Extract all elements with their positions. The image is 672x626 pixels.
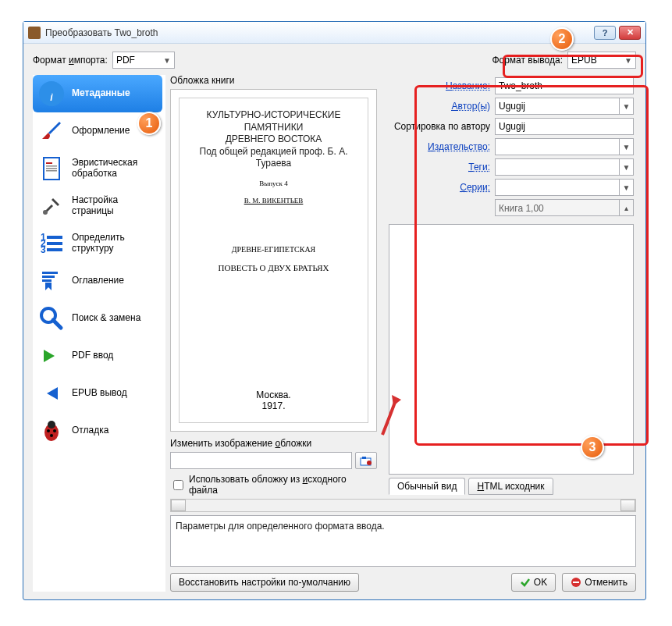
cover-text: Выпуск 4 [259, 180, 287, 187]
cover-text: ПОВЕСТЬ О ДВУХ БРАТЬЯХ [219, 263, 329, 272]
annotation-badge-3: 3 [581, 436, 604, 459]
svg-point-19 [48, 421, 55, 429]
svg-text:3: 3 [41, 244, 46, 255]
help-button[interactable]: ? [594, 26, 616, 40]
sidebar-item-label: Отладка [72, 425, 108, 436]
ok-button[interactable]: OK [511, 573, 556, 592]
sidebar-item-search-replace[interactable]: Поиск & замена [33, 300, 162, 337]
cover-text: Под общей редакцией проф. Б. А. Тураева [186, 146, 361, 170]
sidebar-item-heuristic[interactable]: Эвристическая обработка [33, 150, 162, 187]
sidebar-item-label: EPUB вывод [72, 388, 127, 399]
info-icon: i [37, 80, 66, 108]
list-icon: 123 [37, 229, 66, 258]
dropdown-arrow-icon: ▼ [619, 98, 633, 114]
convert-dialog: Преобразовать Two_broth ? ✕ Формат импор… [23, 21, 646, 600]
cancel-button[interactable]: Отменить [562, 573, 636, 592]
cover-text: ДРЕВНЕ-ЕГИПЕТСКАЯ [232, 245, 316, 254]
restore-defaults-button[interactable]: Восстановить настройки по-умолчанию [170, 573, 359, 592]
search-icon [37, 304, 66, 333]
dropdown-arrow-icon: ▼ [619, 159, 633, 175]
title-input[interactable] [495, 77, 634, 94]
cover-text: КУЛЬТУРНО-ИСТОРИЧЕСКИЕ ПАМЯТНИКИ [186, 109, 361, 133]
annotation-badge-1: 1 [137, 112, 161, 135]
browse-cover-button[interactable] [355, 452, 377, 469]
import-format-value: PDF [116, 55, 135, 66]
cover-path-input[interactable] [170, 452, 352, 469]
tab-html-source[interactable]: HTML исходник [468, 478, 553, 495]
spinner-buttons-icon[interactable]: ▴ [619, 200, 633, 215]
content-area: Формат импорта: PDF ▼ Формат вывода: EPU… [23, 44, 645, 599]
toc-icon [37, 267, 66, 295]
svg-rect-15 [42, 276, 55, 278]
cover-text: ДРЕВНЕГО ВОСТОКА [186, 133, 361, 146]
window-title: Преобразовать Two_broth [45, 27, 591, 38]
cover-preview: КУЛЬТУРНО-ИСТОРИЧЕСКИЕ ПАМЯТНИКИ ДРЕВНЕГ… [179, 98, 368, 423]
change-cover-label: Изменить изображение обложки [170, 438, 377, 449]
tab-normal-view[interactable]: Обычный вид [389, 478, 465, 495]
cancel-icon [571, 577, 581, 588]
cover-text: 1917. [256, 400, 290, 411]
sidebar-item-pdf-input[interactable]: PDF ввод [33, 337, 162, 375]
output-format-combo[interactable]: EPUB ▼ [567, 52, 636, 69]
main-area: i Метаданные Оформление Эвристическая об… [33, 75, 636, 592]
output-format-value: EPUB [571, 55, 597, 66]
series-label: Серии: [389, 182, 490, 193]
svg-rect-16 [42, 279, 52, 282]
svg-rect-14 [42, 272, 58, 274]
close-button[interactable]: ✕ [619, 26, 641, 40]
author-label: Автор(ы) [389, 101, 490, 112]
svg-rect-9 [47, 236, 62, 239]
sidebar-item-metadata[interactable]: i Метаданные [33, 75, 162, 112]
folder-open-icon [360, 454, 372, 467]
series-index-spinner[interactable]: ▴ [495, 199, 634, 216]
dropdown-arrow-icon: ▼ [619, 139, 633, 155]
publisher-combo[interactable]: ▼ [495, 138, 634, 155]
author-sort-input[interactable] [495, 118, 634, 135]
use-source-cover-label: Использовать обложку из исходного файла [189, 474, 377, 496]
author-sort-label: Сортировка по автору [389, 121, 490, 132]
sidebar-item-label: Метаданные [72, 88, 130, 99]
sidebar-item-label: Определить структуру [72, 233, 158, 254]
svg-point-20 [47, 429, 50, 432]
output-format-label: Формат вывода: [492, 55, 563, 66]
svg-point-7 [43, 210, 48, 215]
use-source-cover-checkbox[interactable] [173, 480, 183, 490]
svg-rect-11 [47, 242, 62, 245]
tags-combo[interactable]: ▼ [495, 158, 634, 176]
cover-text: В. М. ВИКЕНТЬЕВ [244, 197, 304, 205]
sidebar-item-toc[interactable]: Оглавление [33, 262, 162, 300]
arrow-right-icon [37, 342, 66, 370]
app-icon [28, 27, 41, 39]
dropdown-arrow-icon: ▼ [163, 56, 171, 65]
sidebar-item-debug[interactable]: Отладка [33, 412, 162, 450]
tags-label: Теги: [389, 162, 490, 173]
series-combo[interactable]: ▼ [495, 179, 634, 196]
svg-point-25 [367, 461, 372, 465]
sidebar-item-epub-output[interactable]: EPUB вывод [33, 375, 162, 412]
sidebar-item-page-setup[interactable]: Настройка страницы [33, 187, 162, 225]
center-panel: Обложка книги КУЛЬТУРНО-ИСТОРИЧЕСКИЕ ПАМ… [170, 75, 636, 592]
sidebar-item-structure[interactable]: 123 Определить структуру [33, 225, 162, 262]
sidebar-item-label: Поиск & замена [72, 313, 140, 324]
svg-rect-3 [46, 162, 52, 164]
svg-rect-24 [362, 457, 366, 459]
sidebar-item-label: Оглавление [72, 276, 124, 286]
svg-rect-13 [47, 248, 62, 251]
svg-point-22 [50, 434, 53, 437]
svg-rect-6 [46, 170, 57, 172]
annotation-arrow [375, 392, 406, 439]
horizontal-scrollbar[interactable] [170, 499, 636, 512]
arrow-left-icon [37, 379, 66, 407]
author-combo[interactable]: ▼ [495, 98, 634, 115]
svg-rect-27 [573, 582, 579, 583]
dropdown-arrow-icon: ▼ [624, 56, 632, 65]
button-row: Восстановить настройки по-умолчанию OK О… [170, 573, 636, 592]
sidebar-item-label: PDF ввод [72, 350, 113, 361]
cover-group-title: Обложка книги [170, 75, 377, 86]
svg-rect-4 [46, 165, 57, 167]
import-format-label: Формат импорта: [33, 55, 108, 66]
sidebar-item-label: Оформление [72, 126, 130, 137]
import-format-combo[interactable]: PDF ▼ [112, 52, 175, 69]
sidebar: i Метаданные Оформление Эвристическая об… [33, 75, 165, 592]
svg-rect-5 [46, 168, 57, 169]
